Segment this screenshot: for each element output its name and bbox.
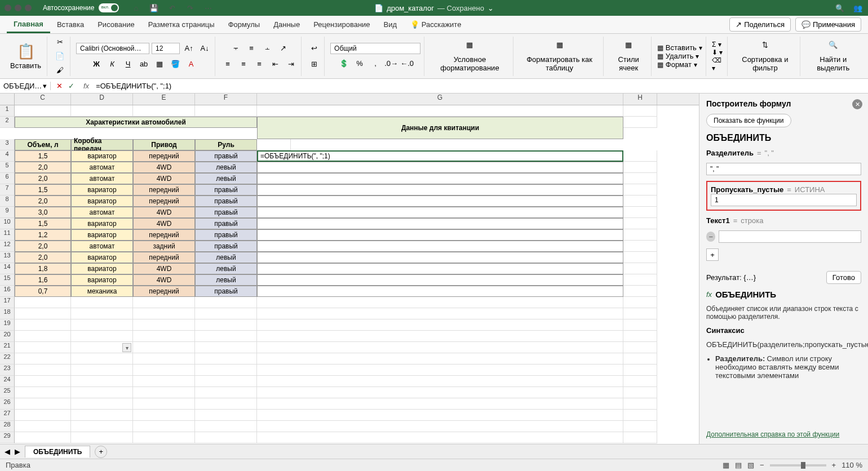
- row-header[interactable]: 7: [0, 184, 15, 195]
- cell[interactable]: [257, 218, 623, 229]
- cell[interactable]: 2,0: [15, 252, 71, 263]
- chevron-down-icon[interactable]: ▾: [43, 82, 47, 90]
- header-e[interactable]: Привод: [133, 139, 195, 150]
- max-dot[interactable]: [25, 5, 32, 11]
- cell[interactable]: 1,5: [15, 218, 71, 229]
- cell[interactable]: вариатор: [71, 195, 133, 207]
- italic-button[interactable]: К: [105, 58, 119, 70]
- cell[interactable]: вариатор: [71, 274, 133, 286]
- decrease-font-icon[interactable]: A↓: [198, 42, 211, 55]
- cell[interactable]: передний: [133, 184, 195, 195]
- window-controls[interactable]: [5, 5, 32, 11]
- row-header[interactable]: 3: [0, 139, 15, 150]
- cell[interactable]: правый: [195, 241, 257, 252]
- autosave-toggle[interactable]: вкл.: [99, 3, 119, 12]
- cell[interactable]: автомат: [71, 207, 133, 218]
- cell[interactable]: передний: [133, 150, 195, 162]
- header-d[interactable]: Коробка передач: [71, 139, 133, 150]
- confirm-icon[interactable]: ✓: [68, 82, 74, 90]
- row-header[interactable]: 15: [0, 274, 15, 286]
- format-table-button[interactable]: ▦Форматировать как таблицу: [519, 41, 600, 72]
- show-all-functions-button[interactable]: Показать все функции: [706, 114, 791, 127]
- min-dot[interactable]: [15, 5, 21, 11]
- row-header[interactable]: 20: [0, 331, 15, 342]
- col-header[interactable]: G: [257, 94, 623, 105]
- row-header[interactable]: 24: [0, 376, 15, 387]
- row-header[interactable]: 2: [0, 117, 15, 128]
- header-group[interactable]: Характеристики автомобилей: [15, 117, 257, 128]
- font-color-button[interactable]: A: [184, 58, 198, 70]
- header-receipt[interactable]: Данные для квитанции: [257, 117, 623, 139]
- row-header[interactable]: 14: [0, 263, 15, 274]
- cell[interactable]: [257, 207, 623, 218]
- cell[interactable]: автомат: [71, 241, 133, 252]
- cell[interactable]: вариатор: [71, 150, 133, 162]
- zoom-out-icon[interactable]: −: [760, 461, 764, 469]
- cell[interactable]: вариатор: [71, 229, 133, 241]
- fx-icon[interactable]: fx: [80, 82, 92, 90]
- undo-icon[interactable]: ↶: [166, 2, 178, 14]
- delete-cells-button[interactable]: ▦ Удалить ▾: [657, 52, 699, 60]
- row-header[interactable]: 21: [0, 342, 15, 353]
- name-box[interactable]: ОБЪЕДИ…▾: [0, 82, 51, 90]
- strike-button[interactable]: ab: [137, 58, 150, 70]
- wrap-text-icon[interactable]: ↩: [307, 42, 321, 55]
- inc-decimal-icon[interactable]: .0→: [384, 57, 398, 70]
- cell[interactable]: 2,0: [15, 162, 71, 173]
- more-icon[interactable]: ⋯: [202, 2, 214, 14]
- comments-button[interactable]: 💬 Примечания: [795, 17, 861, 32]
- comma-icon[interactable]: ,: [369, 57, 382, 70]
- remove-arg-button[interactable]: −: [706, 232, 715, 242]
- cell[interactable]: автомат: [71, 173, 133, 184]
- align-left-icon[interactable]: ≡: [221, 58, 234, 70]
- header-c[interactable]: Объем, л: [15, 139, 71, 150]
- zoom-in-icon[interactable]: +: [832, 461, 836, 469]
- cell[interactable]: 4WD: [133, 218, 195, 229]
- cell[interactable]: задний: [133, 241, 195, 252]
- cell[interactable]: правый: [195, 207, 257, 218]
- find-button[interactable]: 🔍Найти и выделить: [806, 41, 860, 72]
- cell[interactable]: передний: [133, 195, 195, 207]
- redo-icon[interactable]: ↷: [184, 2, 196, 14]
- cell[interactable]: вариатор: [71, 263, 133, 274]
- cell[interactable]: [257, 195, 623, 207]
- align-right-icon[interactable]: ≡: [253, 58, 266, 70]
- indent-inc-icon[interactable]: ⇥: [284, 58, 298, 70]
- row-header[interactable]: 4: [0, 150, 15, 162]
- row-header[interactable]: 17: [0, 297, 15, 308]
- cell-styles-button[interactable]: ▦Стили ячеек: [609, 41, 647, 72]
- row-header[interactable]: 13: [0, 252, 15, 263]
- done-button[interactable]: Готово: [826, 271, 861, 284]
- cell[interactable]: вариатор: [71, 252, 133, 263]
- percent-icon[interactable]: %: [353, 57, 366, 70]
- cell[interactable]: 2,0: [15, 173, 71, 184]
- cell[interactable]: левый: [195, 162, 257, 173]
- align-bot-icon[interactable]: ⫠: [260, 42, 274, 55]
- row-header[interactable]: 25: [0, 387, 15, 398]
- arg-delimiter-input[interactable]: [706, 163, 861, 175]
- cell[interactable]: 0,7: [15, 286, 71, 297]
- formula-input[interactable]: =ОБЪЕДИНИТЬ(", ";1): [92, 82, 868, 90]
- tab-view[interactable]: Вид: [377, 17, 404, 32]
- cell[interactable]: [257, 263, 623, 274]
- underline-button[interactable]: Ч: [121, 58, 135, 70]
- cond-format-button[interactable]: ▦Условное форматирование: [430, 41, 510, 72]
- home-icon[interactable]: ⌂: [130, 2, 141, 14]
- select-all-corner[interactable]: [0, 94, 15, 105]
- clear-icon[interactable]: ⌫ ▾: [712, 56, 724, 72]
- zoom-slider[interactable]: [770, 464, 826, 466]
- autosum-icon[interactable]: Σ ▾: [712, 41, 721, 48]
- cell[interactable]: 4WD: [133, 207, 195, 218]
- share-pane-icon[interactable]: 👥: [852, 2, 863, 14]
- cell[interactable]: 2,0: [15, 195, 71, 207]
- cancel-icon[interactable]: ✕: [56, 82, 63, 90]
- cell[interactable]: 1,8: [15, 263, 71, 274]
- orientation-icon[interactable]: ↗: [276, 42, 290, 55]
- view-normal-icon[interactable]: ▦: [723, 461, 729, 469]
- cell[interactable]: правый: [195, 150, 257, 162]
- cell[interactable]: левый: [195, 263, 257, 274]
- row-header[interactable]: 11: [0, 229, 15, 241]
- align-top-icon[interactable]: ⫟: [229, 42, 242, 55]
- cell[interactable]: [257, 162, 623, 173]
- fill-icon[interactable]: ⬇ ▾: [712, 48, 723, 56]
